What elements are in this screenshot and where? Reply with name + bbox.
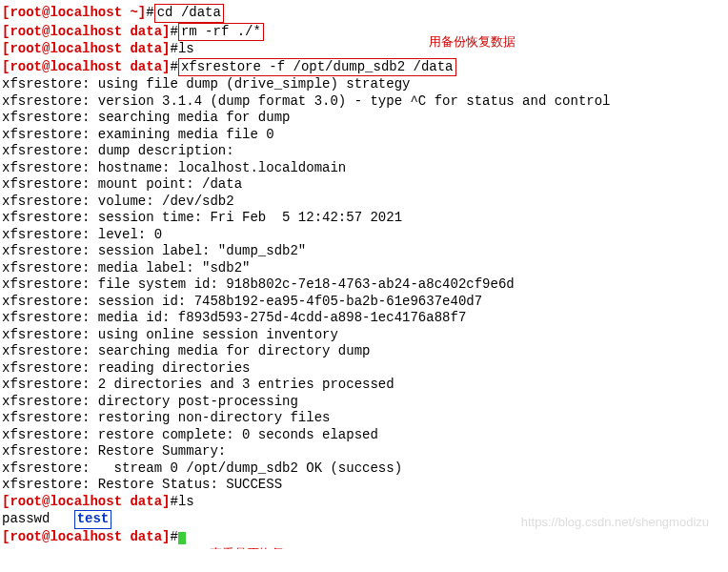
prompt-path: data: [130, 529, 162, 544]
annotation-check: 查看是否恢复: [210, 546, 284, 549]
prompt-host: localhost: [50, 529, 122, 544]
output-line: xfsrestore: 2 directories and 3 entries …: [2, 377, 726, 394]
prompt-host: localhost: [50, 59, 122, 74]
terminal-line: [root@localhost ~]#cd /data: [2, 4, 726, 23]
output-line: xfsrestore: using file dump (drive_simpl…: [2, 76, 726, 93]
prompt-user: root: [10, 41, 42, 56]
prompt-hash: #: [170, 59, 177, 74]
prompt-user: root: [10, 24, 42, 39]
output-line: xfsrestore: file system id: 918b802c-7e1…: [2, 276, 726, 294]
output-line: xfsrestore: using online session invento…: [2, 327, 726, 344]
ls-file-passwd: passwd: [2, 511, 74, 526]
terminal-line: [root@localhost data]#rm -rf ./*: [2, 23, 726, 42]
terminal-line: [root@localhost data]#ls: [2, 494, 726, 511]
output-line: xfsrestore: level: 0: [2, 227, 726, 244]
command-ls[interactable]: ls: [178, 494, 194, 509]
output-line: xfsrestore: restoring non-directory file…: [2, 410, 726, 427]
prompt-hash: #: [170, 41, 177, 56]
output-line: xfsrestore: stream 0 /opt/dump_sdb2 OK (…: [2, 460, 726, 478]
output-line: xfsrestore: hostname: localhost.localdom…: [2, 160, 726, 177]
output-line: xfsrestore: session time: Fri Feb 5 12:4…: [2, 210, 726, 227]
output-line: xfsrestore: examining media file 0: [2, 127, 726, 144]
ls-dir-test: test: [74, 510, 112, 529]
watermark: https://blog.csdn.net/shengmodizu: [521, 515, 709, 530]
prompt-path: data: [130, 59, 162, 74]
command-cd[interactable]: cd /data: [154, 4, 224, 23]
prompt-path: data: [130, 24, 162, 39]
annotation-restore: 用备份恢复数据: [429, 34, 516, 50]
output-line: xfsrestore: version 3.1.4 (dump format 3…: [2, 93, 726, 111]
command-rm[interactable]: rm -rf ./*: [178, 23, 264, 42]
output-line: xfsrestore: dump description:: [2, 143, 726, 160]
output-line: xfsrestore: Restore Summary:: [2, 443, 726, 460]
output-line: xfsrestore: mount point: /data: [2, 176, 726, 194]
prompt-user: root: [10, 529, 42, 544]
prompt-hash: #: [170, 529, 177, 544]
prompt-host: localhost: [50, 5, 122, 20]
prompt-hash: #: [146, 5, 153, 20]
prompt-path: data: [130, 494, 162, 509]
prompt-user: root: [10, 59, 42, 74]
output-line: xfsrestore: searching media for dump: [2, 110, 726, 127]
output-line: xfsrestore: media id: f893d593-275d-4cdd…: [2, 310, 726, 327]
prompt-hash: #: [170, 494, 177, 509]
prompt-path: ~: [130, 5, 137, 20]
terminal-line: [root@localhost data]#: [2, 529, 726, 546]
output-line: xfsrestore: searching media for director…: [2, 343, 726, 360]
prompt-path: data: [130, 41, 162, 56]
output-line: xfsrestore: volume: /dev/sdb2: [2, 194, 726, 211]
command-xfsrestore[interactable]: xfsrestore -f /opt/dump_sdb2 /data: [178, 58, 456, 77]
output-line: xfsrestore: directory post-processing: [2, 394, 726, 411]
output-line: xfsrestore: session label: "dump_sdb2": [2, 243, 726, 260]
prompt-host: localhost: [50, 24, 122, 39]
prompt-host: localhost: [50, 41, 122, 56]
prompt-user: root: [10, 494, 42, 509]
output-line: xfsrestore: restore complete: 0 seconds …: [2, 427, 726, 444]
command-ls[interactable]: ls: [178, 41, 194, 56]
prompt-bracket-close: ]: [138, 5, 146, 20]
prompt-hash: #: [170, 24, 177, 39]
output-line: xfsrestore: session id: 7458b192-ea95-4f…: [2, 294, 726, 311]
prompt-host: localhost: [50, 494, 122, 509]
output-line: xfsrestore: reading directories: [2, 360, 726, 378]
terminal-line: [root@localhost data]#ls: [2, 41, 726, 58]
output-line: xfsrestore: Restore Status: SUCCESS: [2, 477, 726, 494]
output-line: xfsrestore: media label: "sdb2": [2, 260, 726, 277]
terminal-line: [root@localhost data]#xfsrestore -f /opt…: [2, 58, 726, 77]
prompt-user: root: [10, 5, 42, 20]
cursor-icon[interactable]: [178, 532, 186, 544]
